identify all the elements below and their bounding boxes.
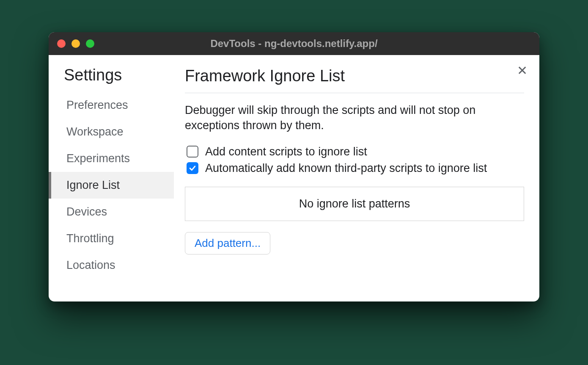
sidebar-item-experiments[interactable]: Experiments bbox=[49, 145, 174, 172]
minimize-window-button[interactable] bbox=[71, 39, 80, 48]
checkbox-checked-icon[interactable] bbox=[187, 162, 198, 174]
sidebar-item-label: Workspace bbox=[66, 125, 124, 138]
sidebar-title: Settings bbox=[49, 66, 174, 92]
checkbox-unchecked-icon[interactable] bbox=[187, 146, 198, 158]
checkbox-label: Add content scripts to ignore list bbox=[205, 145, 367, 158]
checkbox-row-third-party[interactable]: Automatically add known third-party scri… bbox=[185, 162, 524, 175]
sidebar-item-label: Ignore List bbox=[66, 179, 120, 191]
add-pattern-button[interactable]: Add pattern... bbox=[185, 232, 270, 254]
settings-body: ✕ Settings Preferences Workspace Experim… bbox=[49, 55, 539, 301]
sidebar-item-locations[interactable]: Locations bbox=[49, 252, 174, 279]
sidebar-item-label: Preferences bbox=[66, 99, 128, 111]
sidebar-item-devices[interactable]: Devices bbox=[49, 199, 174, 225]
add-pattern-label: Add pattern... bbox=[195, 237, 261, 249]
sidebar-item-label: Locations bbox=[66, 259, 115, 271]
sidebar-item-preferences[interactable]: Preferences bbox=[49, 92, 174, 119]
page-title: Framework Ignore List bbox=[185, 67, 524, 93]
empty-patterns-text: No ignore list patterns bbox=[299, 197, 410, 210]
checkbox-label: Automatically add known third-party scri… bbox=[205, 162, 487, 175]
sidebar-item-ignore-list[interactable]: Ignore List bbox=[49, 172, 174, 199]
window-title: DevTools - ng-devtools.netlify.app/ bbox=[49, 38, 539, 50]
description-text: Debugger will skip through the scripts a… bbox=[185, 102, 524, 133]
main-panel: Framework Ignore List Debugger will skip… bbox=[174, 55, 539, 301]
check-icon bbox=[188, 164, 197, 172]
titlebar: DevTools - ng-devtools.netlify.app/ bbox=[49, 32, 539, 55]
sidebar-item-label: Devices bbox=[66, 205, 107, 218]
close-window-button[interactable] bbox=[57, 39, 66, 48]
sidebar: Settings Preferences Workspace Experimen… bbox=[49, 55, 174, 301]
ignore-list-patterns-box: No ignore list patterns bbox=[185, 187, 524, 221]
sidebar-item-throttling[interactable]: Throttling bbox=[49, 225, 174, 252]
sidebar-item-label: Experiments bbox=[66, 152, 130, 165]
sidebar-item-workspace[interactable]: Workspace bbox=[49, 119, 174, 145]
close-icon[interactable]: ✕ bbox=[517, 64, 528, 77]
checkbox-row-content-scripts[interactable]: Add content scripts to ignore list bbox=[185, 145, 524, 158]
maximize-window-button[interactable] bbox=[86, 39, 94, 48]
traffic-lights bbox=[57, 39, 94, 48]
settings-window: DevTools - ng-devtools.netlify.app/ ✕ Se… bbox=[49, 32, 539, 301]
sidebar-item-label: Throttling bbox=[66, 232, 114, 245]
